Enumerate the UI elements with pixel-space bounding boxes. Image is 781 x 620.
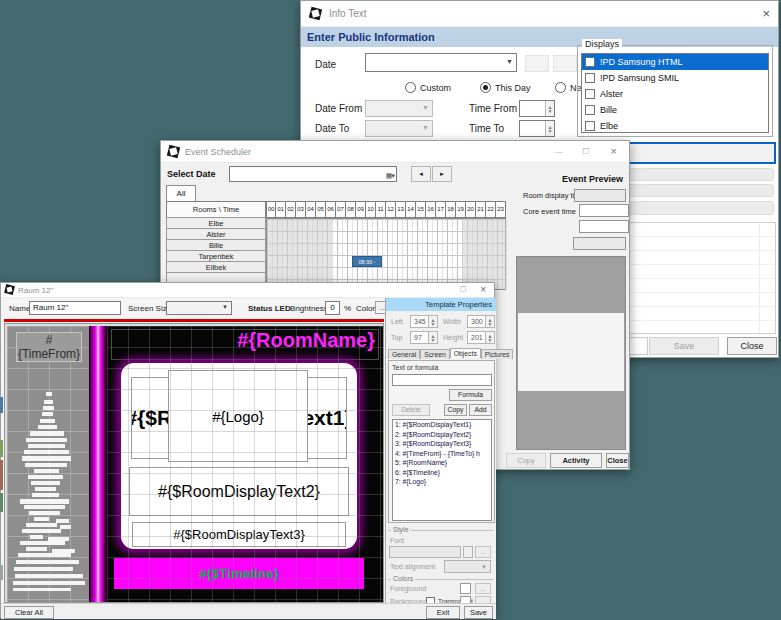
core-event-time-field[interactable] [579,204,629,217]
brightness-input[interactable]: 0 [325,301,340,315]
spinner-arrows-icon[interactable]: ▲▼ [545,101,554,116]
exit-button[interactable]: Exit [426,606,460,619]
room-title-bar[interactable]: Raum 12" □ × [1,283,494,298]
select-date-dropdown[interactable]: Donnerstag, 11. März 2021 ▦▾ [229,166,397,182]
spinner-arrows-icon[interactable]: ▲▼ [485,332,494,343]
tab-pictures[interactable]: Pictures [481,349,514,359]
display-list-item[interactable]: Bille [582,102,768,118]
display-list-item[interactable]: Alster [582,86,768,102]
display-list-item[interactable]: !PD Samsung SMIL [582,70,768,86]
object-list-item[interactable]: 1: #{$RoomDisplayText1} [393,420,491,430]
close-button[interactable]: Close [727,337,777,355]
date-prev-button[interactable] [525,55,549,72]
font-picker-button[interactable]: ... [475,546,491,558]
copy-button[interactable]: Copy [444,404,467,416]
checkbox-icon[interactable] [585,105,595,115]
close-icon[interactable]: × [611,145,617,157]
roomname-element[interactable]: #{RoomName} [237,329,375,352]
delete-button[interactable]: Delete [392,404,430,416]
minimize-icon[interactable]: — [555,147,563,156]
text-alignment-dropdown[interactable]: ▼ [444,560,491,573]
object-list-item[interactable]: 5: #{RoomName} [393,458,491,468]
top-spinner[interactable]: 97▲▼ [410,331,438,344]
style-group-label: Style [391,526,411,533]
preview-field-4[interactable] [573,237,626,250]
tab-objects[interactable]: Objects [450,348,481,358]
objects-tab-content: Text or formula Formula Delete Copy Add … [388,360,495,523]
close-icon[interactable]: × [762,6,770,21]
grid-cells-area[interactable]: 08:30 - [266,218,506,290]
checkbox-icon[interactable] [585,121,595,131]
formula-input[interactable] [392,374,492,386]
chevron-down-icon: ▼ [481,563,487,569]
close-button[interactable]: Close [606,453,629,468]
display-list-item[interactable]: Elbe [582,118,768,133]
maximize-icon[interactable]: □ [461,284,466,294]
objects-listbox[interactable]: 1: #{$RoomDisplayText1}2: #{$RoomDisplay… [392,419,492,521]
time-from-spinner[interactable]: 00:00 ▲▼ [519,100,555,117]
save-button[interactable]: Save [649,337,719,355]
screen-size-dropdown[interactable]: 800x600 horizontal ▼ [166,301,232,315]
scheduler-title-bar[interactable]: Event Scheduler — □ × [161,141,629,163]
clear-all-button[interactable]: Clear All [4,606,54,619]
date-next-button[interactable] [553,55,577,72]
display-list-item[interactable]: !PD Samsung HTML [582,54,768,70]
spinner-arrows-icon[interactable]: ▲▼ [428,332,437,343]
date-from-label: Date From [315,103,362,114]
room-display-text2-element[interactable]: #{$RoomDisplayText2} [129,467,349,516]
tab-screen[interactable]: Screen [420,349,450,359]
foreground-picker-button[interactable]: ... [475,583,491,594]
left-spinner[interactable]: 345▲▼ [410,315,438,328]
radio-icon[interactable] [405,82,416,93]
preview-field-3[interactable] [579,220,629,233]
scheduled-event-cell[interactable]: 08:30 - [352,256,382,267]
font-size-box[interactable] [463,546,473,558]
checkbox-icon[interactable] [585,57,595,67]
spinner-arrows-icon[interactable]: ▲▼ [428,316,437,327]
object-list-item[interactable]: 2: #{$RoomDisplayText2} [393,430,491,440]
name-input[interactable]: Raum 12" [29,301,121,315]
canvas-screen-area[interactable]: #{RoomName} #{$RoomDisplayText1} #{Logo}… [107,326,383,602]
room-display-text3-element[interactable]: #{$RoomDisplayText3} [132,522,346,547]
displays-listbox[interactable]: !PD Samsung HTML!PD Samsung SMILAlsterBi… [581,53,769,133]
formula-button[interactable]: Formula [449,389,492,401]
activity-button[interactable]: Activity [550,453,602,468]
prev-day-button[interactable]: ◄ [411,166,431,182]
object-list-item[interactable]: 6: #{$Timeline} [393,468,491,478]
timefrom-element[interactable]: #{TimeFrom} - [16,332,82,362]
copy-button[interactable]: Copy [506,453,546,468]
calendar-icon[interactable]: ▦▾ [386,169,394,182]
display-canvas[interactable]: #{TimeFrom} - [4,323,384,603]
foreground-color-box[interactable] [460,583,471,594]
hour-header-cell: 07 [336,201,346,218]
object-list-item[interactable]: 4: #{TimeFrom} - {TimeTo} h [393,449,491,459]
save-button[interactable]: Save [464,606,493,619]
checkbox-icon[interactable] [585,73,595,83]
spinner-arrows-icon[interactable]: ▲▼ [485,316,494,327]
width-spinner[interactable]: 300▲▼ [467,315,495,328]
checkbox-icon[interactable] [585,89,595,99]
tab-all[interactable]: All [166,185,196,201]
spinner-arrows-icon[interactable]: ▲▼ [545,121,554,136]
room-display-time-field[interactable] [574,189,626,202]
radio-icon[interactable] [555,82,566,93]
add-button[interactable]: Add [469,404,492,416]
hour-header-cell: 21 [476,201,486,218]
date-from-dropdown[interactable]: 11.03.2021 ▼ [365,100,433,117]
radio-label: This Day [495,83,531,93]
date-to-dropdown[interactable]: 11.03.2021 ▼ [365,120,433,137]
font-input[interactable] [389,546,461,558]
time-to-spinner[interactable]: 23:59 ▲▼ [519,120,555,137]
info-title-bar[interactable]: Info Text × [301,1,778,27]
height-spinner[interactable]: 201▲▼ [467,331,495,344]
radio-selected-icon[interactable] [480,82,491,93]
logo-element[interactable]: #{Logo} [168,370,308,462]
timeline-element[interactable]: #{$Timeline} [114,558,364,589]
close-icon[interactable]: × [480,284,486,295]
next-day-button[interactable]: ► [432,166,452,182]
maximize-icon[interactable]: □ [583,145,589,156]
date-dropdown[interactable]: Donnerstag, 11. März 2021 ▼ [365,53,517,72]
object-list-item[interactable]: 7: #{Logo} [393,477,491,487]
object-list-item[interactable]: 3: #{$RoomDisplayText3} [393,439,491,449]
tab-general[interactable]: General [388,349,420,359]
